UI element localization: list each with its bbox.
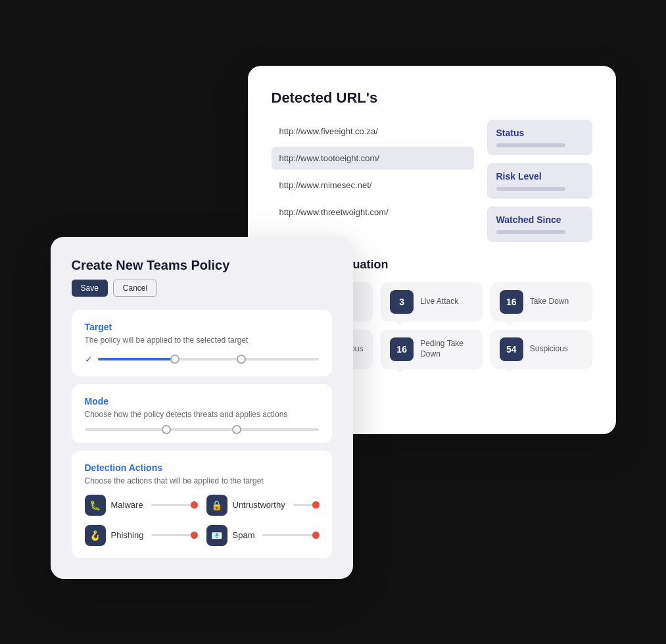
risk-level-box: Risk Level <box>487 163 592 199</box>
status-box: Status <box>487 120 592 155</box>
detection-dot <box>312 501 320 508</box>
detection-item: 🔒 Untrustworthy <box>206 495 319 516</box>
detection-icon: 🔒 <box>206 495 227 516</box>
detection-slider[interactable] <box>151 504 197 506</box>
risk-bar <box>496 187 566 191</box>
slider-thumb2 <box>237 355 246 364</box>
detection-name: Untrustworthy <box>233 500 285 510</box>
detection-dot <box>191 532 198 539</box>
slider-thumb <box>170 355 179 364</box>
watched-since-box: Watched Since <box>487 207 592 242</box>
detection-slider[interactable] <box>293 504 319 506</box>
target-label: Target <box>85 322 319 332</box>
detection-item: 🪝 Phishing <box>85 525 197 546</box>
eval-item: 54 Suspicious <box>490 330 592 369</box>
detection-item: 🐛 Malware <box>85 495 197 516</box>
eval-badge: 16 <box>390 337 414 361</box>
detection-label: Detection Actions <box>85 462 319 473</box>
detection-name: Malware <box>111 500 143 510</box>
detection-actions-section: Detection Actions Choose the actions tha… <box>72 451 332 558</box>
mode-section: Mode Choose how the policy detects threa… <box>72 384 332 443</box>
mode-slider-row <box>85 428 319 431</box>
urls-section: http://www.fiveeight.co.za/http://www.to… <box>272 120 592 242</box>
url-item[interactable]: http://www.tootoeight.com/ <box>272 147 474 170</box>
status-bar <box>496 143 566 147</box>
detection-name: Spam <box>233 530 255 540</box>
url-item[interactable]: http://www.threetwoight.com/ <box>272 201 474 224</box>
slider-fill <box>98 358 176 360</box>
urls-list: http://www.fiveeight.co.za/http://www.to… <box>272 120 474 242</box>
status-panel: Status Risk Level Watched Since <box>487 120 592 242</box>
target-slider-row: ✓ <box>85 354 319 364</box>
watched-bar <box>496 230 566 234</box>
save-button[interactable]: Save <box>72 280 108 297</box>
check-icon: ✓ <box>85 354 93 364</box>
eval-label: Peding Take Down <box>420 339 473 359</box>
detection-item: 📧 Spam <box>206 525 319 546</box>
eval-badge: 3 <box>390 290 414 314</box>
mode-slider-thumb2 <box>232 425 241 434</box>
cancel-button[interactable]: Cancel <box>113 280 157 297</box>
scene: Detected URL's http://www.fiveeight.co.z… <box>51 66 616 579</box>
risk-label: Risk Level <box>496 171 583 182</box>
detection-icon: 📧 <box>206 525 227 546</box>
detection-description: Choose the actions that will be applied … <box>85 476 319 487</box>
detection-grid: 🐛 Malware 🔒 Untrustworthy 🪝 Phishing 📧 S… <box>85 495 319 546</box>
mode-description: Choose how the policy detects threats an… <box>85 409 319 420</box>
eval-label: Live Attack <box>420 297 458 307</box>
eval-item: 16 Peding Take Down <box>381 330 483 369</box>
url-item[interactable]: http://www.mimesec.net/ <box>272 174 474 197</box>
eval-badge: 54 <box>500 337 523 361</box>
detection-dot <box>191 501 198 508</box>
detection-dot <box>312 532 320 539</box>
action-buttons: Save Cancel <box>72 280 332 297</box>
detection-slider[interactable] <box>151 534 197 536</box>
mode-slider[interactable] <box>85 428 319 431</box>
mode-label: Mode <box>85 396 319 407</box>
policy-title: Create New Teams Policy <box>72 258 332 273</box>
status-label: Status <box>496 128 583 138</box>
mode-slider-thumb1 <box>162 425 171 434</box>
detected-urls-title: Detected URL's <box>272 89 592 107</box>
eval-item: 16 Take Down <box>490 282 592 322</box>
target-description: The policy will be applied to the select… <box>85 335 319 346</box>
detection-slider[interactable] <box>262 534 318 536</box>
watched-label: Watched Since <box>496 214 583 225</box>
eval-badge: 16 <box>500 290 523 314</box>
eval-item: 3 Live Attack <box>381 282 483 322</box>
eval-label: Suspicious <box>530 344 568 355</box>
target-section: Target The policy will be applied to the… <box>72 310 332 376</box>
target-slider[interactable] <box>98 358 319 360</box>
eval-label: Take Down <box>530 297 569 307</box>
detection-icon: 🐛 <box>85 495 106 516</box>
detection-name: Phishing <box>111 530 144 540</box>
create-policy-card: Create New Teams Policy Save Cancel Targ… <box>51 237 353 578</box>
url-item[interactable]: http://www.fiveeight.co.za/ <box>272 120 474 143</box>
detection-icon: 🪝 <box>85 525 106 546</box>
